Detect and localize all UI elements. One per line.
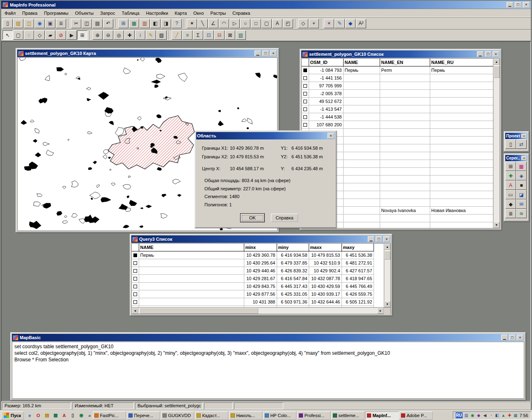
- cell-name[interactable]: [343, 105, 380, 113]
- row-select-box[interactable]: [132, 267, 139, 274]
- new-mapper-icon[interactable]: ▦: [129, 19, 139, 28]
- menu-карта[interactable]: Карта: [172, 10, 190, 16]
- query-window-titlebar[interactable]: Query3 Список ▁ □ ×: [131, 235, 391, 243]
- cell-name[interactable]: [343, 175, 380, 183]
- arc-tool-icon[interactable]: ◠: [219, 19, 229, 28]
- cell-name[interactable]: [343, 152, 380, 160]
- cell-maxy[interactable]: 6 445 766.49: [342, 282, 374, 290]
- cell-maxx[interactable]: 10 429 902.4: [309, 267, 342, 274]
- row-select-box[interactable]: [302, 82, 309, 89]
- menu-настройки[interactable]: Настройки: [143, 10, 172, 16]
- print-map-icon[interactable]: ≣: [505, 209, 516, 218]
- menu-растры[interactable]: Растры: [207, 10, 229, 16]
- new-grapher-icon[interactable]: ▥: [140, 19, 150, 28]
- taskbar-button-professi[interactable]: Professi...: [297, 411, 330, 420]
- mapbasic-text-area[interactable]: set coordsys table settlement_polygon_GK…: [12, 342, 524, 399]
- cell-name_en[interactable]: [380, 121, 430, 128]
- start-button[interactable]: Пуск: [1, 411, 24, 420]
- boundary-select-icon[interactable]: ▰: [45, 30, 55, 40]
- cell-minx[interactable]: 10 430 295.64: [244, 259, 277, 267]
- row-select-box[interactable]: [132, 298, 139, 306]
- minimize-button[interactable]: ▁: [501, 335, 508, 340]
- cell-name_en[interactable]: [380, 183, 430, 191]
- menu-правка[interactable]: Правка: [19, 10, 41, 16]
- close-button[interactable]: ×: [517, 335, 523, 340]
- column-header[interactable]: minx: [244, 244, 277, 251]
- scroll-up-button[interactable]: ▲: [384, 244, 390, 250]
- tray-messenger-icon[interactable]: ▦: [513, 413, 518, 418]
- cell-name[interactable]: [343, 136, 380, 144]
- menu-окно[interactable]: Окно: [190, 10, 207, 16]
- frame-tool-icon[interactable]: ◰: [283, 19, 293, 28]
- horizontal-scrollbar[interactable]: ◄ ►: [132, 307, 390, 314]
- move-object-icon[interactable]: ◈: [516, 171, 527, 180]
- workspace-icon[interactable]: ◆: [345, 19, 355, 28]
- close-button[interactable]: ×: [523, 2, 530, 8]
- row-select-box[interactable]: [132, 259, 139, 267]
- cell-name_ru[interactable]: [430, 152, 493, 160]
- cell-name[interactable]: [139, 267, 244, 274]
- close-button[interactable]: ×: [328, 133, 334, 139]
- select-tool-icon[interactable]: ↖: [2, 30, 13, 40]
- tray-agent-icon[interactable]: ◆: [476, 413, 482, 418]
- scroll-down-button[interactable]: ▼: [384, 301, 390, 307]
- sync-windows-icon[interactable]: ⇄: [516, 139, 527, 149]
- ok-button[interactable]: OK: [241, 214, 264, 222]
- cell-name[interactable]: [139, 306, 244, 307]
- line-tool-icon[interactable]: ╲: [197, 19, 208, 28]
- row-select-box[interactable]: [302, 97, 309, 105]
- row-selected-marker[interactable]: [302, 66, 309, 74]
- app-titlebar[interactable]: MapInfo Professional ▁ □ ×: [1, 1, 531, 9]
- cell-name[interactable]: [139, 282, 244, 290]
- cell-maxx[interactable]: 10 430 204.24: [309, 306, 342, 307]
- cell-name_ru[interactable]: [430, 222, 493, 228]
- label-style-icon[interactable]: A: [505, 180, 516, 190]
- restore-button[interactable]: □: [485, 51, 491, 57]
- rectangle-tool-icon[interactable]: □: [251, 19, 261, 28]
- column-header[interactable]: NAME: [139, 244, 244, 251]
- cell-maxx[interactable]: 10 479 815.53: [309, 251, 342, 259]
- maximize-button[interactable]: □: [509, 335, 516, 340]
- cell-name[interactable]: [343, 97, 380, 105]
- taskbar-button-settleme[interactable]: settleme...: [331, 411, 365, 420]
- cell-name[interactable]: [343, 199, 380, 206]
- cell-name_en[interactable]: Perm: [380, 66, 430, 74]
- cell-maxx[interactable]: 10 432 644.46: [309, 298, 342, 306]
- select-column-header[interactable]: [302, 59, 309, 66]
- text-style-icon[interactable]: A²: [356, 19, 366, 28]
- vertical-scrollbar[interactable]: ▲ ▼: [384, 244, 390, 307]
- cell-minx[interactable]: 10 431 388: [244, 298, 277, 306]
- print-icon[interactable]: ≣: [56, 19, 66, 28]
- clip-region-on-icon[interactable]: ⊟: [214, 30, 225, 40]
- cell-name_en[interactable]: Novaya Ivanovka: [380, 206, 430, 214]
- clip-region-off-icon[interactable]: ⊠: [225, 30, 235, 40]
- ql-opera-icon[interactable]: O: [34, 411, 42, 420]
- minimize-button[interactable]: ▁: [368, 236, 374, 242]
- region-style-icon[interactable]: ◆: [505, 199, 516, 209]
- tray-scheduler-icon[interactable]: ◔: [488, 413, 494, 418]
- cell-maxx[interactable]: 10 432 087.78: [309, 274, 342, 282]
- cell-name[interactable]: [139, 274, 244, 282]
- project-palette-titlebar[interactable]: Проект ×: [505, 133, 527, 139]
- graph-select-icon[interactable]: ▶: [66, 30, 77, 40]
- query-grid[interactable]: NAME minx miny maxx maxy Пермь10 429 360…: [132, 244, 384, 307]
- cell-name[interactable]: [139, 298, 244, 306]
- cell-name_en[interactable]: [380, 160, 430, 167]
- cell-name[interactable]: [343, 160, 380, 167]
- minimize-button[interactable]: ▁: [255, 50, 261, 56]
- new-redistrict-icon[interactable]: ◨: [161, 19, 171, 28]
- minimize-button[interactable]: ▁: [477, 51, 484, 57]
- column-header[interactable]: NAME_RU: [430, 59, 493, 66]
- menu-программы[interactable]: Программы: [41, 10, 71, 16]
- ql-desktop-icon[interactable]: ▦: [51, 411, 60, 420]
- cell-name_ru[interactable]: [430, 74, 493, 82]
- cell-name_en[interactable]: [380, 214, 430, 222]
- layout-zoom-icon[interactable]: ▧: [236, 30, 246, 40]
- radius-select-icon[interactable]: ◌: [24, 30, 34, 40]
- map-window-titlebar[interactable]: settlement_polygon_GK10 Карта ▁ □ ×: [17, 50, 277, 57]
- cell-name[interactable]: [343, 89, 380, 97]
- cell-maxy[interactable]: 6 418 947.65: [342, 274, 374, 282]
- chart-icon[interactable]: ◪: [516, 190, 527, 199]
- language-indicator[interactable]: RU: [456, 412, 463, 418]
- list-window-titlebar[interactable]: settlement_polygon_GK10 Список ▁ □ ×: [301, 50, 500, 58]
